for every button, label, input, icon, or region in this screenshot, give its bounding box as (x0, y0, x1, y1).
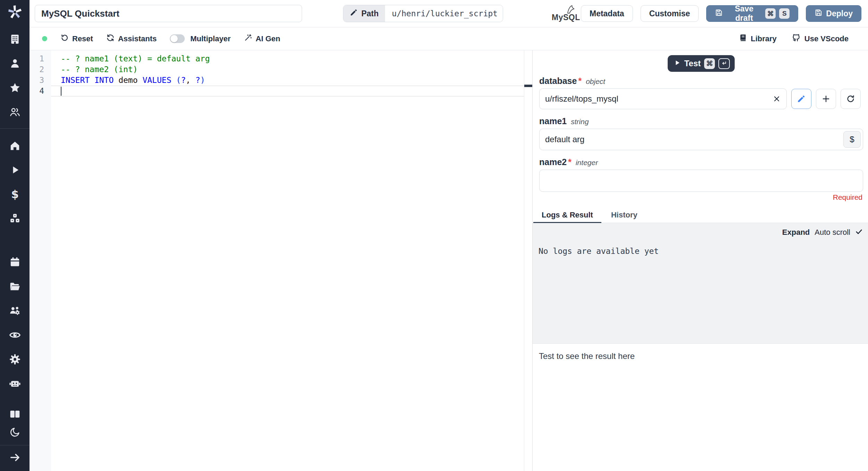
pencil-icon (797, 94, 806, 103)
code-editor[interactable]: 1-- ? name1 (text) = default arg2-- ? na… (30, 50, 532, 471)
autoscroll-checkbox[interactable] (855, 228, 863, 237)
user-icon[interactable] (0, 55, 30, 71)
customise-label: Customise (649, 9, 690, 18)
field-type: object (586, 77, 605, 86)
script-title-input[interactable] (35, 5, 302, 22)
field-name: name2 (539, 157, 567, 167)
line-number: 3 (30, 75, 51, 86)
workspace-icon[interactable] (0, 31, 30, 47)
deploy-button[interactable]: Deploy (806, 5, 861, 22)
editor-toolbar: Reset Assistants Multipla (30, 27, 868, 50)
wand-icon (244, 34, 252, 44)
required-asterisk: * (568, 157, 571, 167)
path-label: Path (361, 9, 379, 18)
result-pane: Test to see the result here (533, 343, 868, 471)
assistants-label: Assistants (118, 34, 157, 43)
deploy-label: Deploy (826, 9, 853, 18)
path-edit-button[interactable]: Path (343, 5, 385, 22)
save-icon (815, 9, 823, 19)
name1-input[interactable] (539, 129, 863, 150)
svg-text:$: $ (11, 188, 19, 200)
field-label-name1: name1 string (539, 116, 863, 127)
resources-cubes-icon[interactable] (0, 211, 30, 226)
use-vscode-button[interactable]: Use VScode (792, 33, 849, 44)
multiplayer-label: Multiplayer (190, 34, 231, 43)
required-error: Required (539, 193, 863, 202)
field-type: integer (576, 159, 598, 167)
line-content (51, 86, 61, 96)
line-content: INSERT INTO demo VALUES (?, ?) (51, 75, 205, 86)
code-line[interactable]: 1-- ? name1 (text) = default arg (30, 53, 532, 64)
runs-play-icon[interactable] (0, 162, 30, 178)
variable-picker-button[interactable]: $ (843, 131, 861, 148)
expand-button[interactable]: Expand (782, 228, 810, 237)
code-line[interactable]: 3INSERT INTO demo VALUES (?, ?) (30, 75, 532, 86)
settings-gear-icon[interactable] (0, 351, 30, 367)
code-line[interactable]: 4 (30, 86, 532, 96)
play-icon (674, 59, 681, 68)
test-button[interactable]: Test ⌘ (668, 55, 735, 72)
home-icon[interactable] (0, 138, 30, 154)
tab-logs-result[interactable]: Logs & Result (533, 207, 602, 223)
metadata-button[interactable]: Metadata (581, 5, 633, 22)
groups-gear-icon[interactable] (0, 303, 30, 319)
edit-resource-button[interactable] (791, 89, 811, 109)
save-icon (715, 9, 723, 19)
assistants-button[interactable]: Assistants (106, 34, 157, 44)
required-asterisk: * (578, 76, 582, 86)
variables-dollar-icon[interactable]: $ (0, 186, 30, 202)
database-input[interactable] (539, 88, 787, 109)
use-vscode-label: Use VScode (804, 34, 849, 43)
plus-icon (821, 94, 831, 103)
result-tabs: Logs & Result History (533, 207, 868, 223)
reset-button[interactable]: Reset (60, 34, 93, 44)
refresh-resource-button[interactable] (841, 89, 861, 109)
result-placeholder: Test to see the result here (539, 351, 862, 361)
test-label: Test (684, 59, 701, 68)
save-draft-button[interactable]: Save draft ⌘ S (706, 5, 798, 22)
docs-book-icon[interactable] (0, 406, 30, 422)
star-icon[interactable] (0, 80, 30, 96)
sidebar: $ (0, 0, 30, 471)
overview-ruler[interactable] (524, 50, 532, 471)
sidebar-divider (0, 445, 30, 445)
code-lines: 1-- ? name1 (text) = default arg2-- ? na… (30, 50, 532, 96)
field-label-database: database* object (539, 76, 863, 86)
path-value[interactable]: u/henri/luckier_script (385, 5, 503, 22)
ai-gen-label: AI Gen (256, 34, 280, 43)
field-name: database (539, 76, 577, 86)
logs-empty-text: No logs are available yet (539, 247, 659, 256)
tab-history[interactable]: History (602, 207, 646, 223)
name2-input[interactable] (539, 170, 863, 192)
save-draft-label: Save draft (726, 4, 762, 23)
robot-icon[interactable] (0, 376, 30, 392)
windmill-logo-icon[interactable] (7, 4, 23, 22)
audit-eye-icon[interactable] (0, 327, 30, 343)
dark-mode-moon-icon[interactable] (0, 424, 30, 440)
app-window: $ (0, 0, 868, 471)
add-resource-button[interactable] (816, 89, 836, 109)
overview-cursor-marker[interactable] (524, 85, 532, 87)
clear-database-button[interactable] (773, 95, 781, 103)
refresh-icon (106, 34, 115, 44)
check-icon (855, 228, 863, 236)
users-icon[interactable] (0, 104, 30, 120)
pencil-icon (350, 8, 358, 19)
line-content: -- ? name2 (int) (51, 64, 138, 75)
customise-button[interactable]: Customise (641, 5, 699, 22)
code-line[interactable]: 2-- ? name2 (int) (30, 64, 532, 75)
status-dot (42, 36, 47, 41)
book-icon (739, 34, 747, 44)
run-panel: Test ⌘ database* (532, 50, 868, 471)
ai-gen-button[interactable]: AI Gen (244, 34, 280, 44)
metadata-label: Metadata (590, 9, 624, 18)
multiplayer-toggle-group: Multiplayer (170, 34, 231, 43)
collapse-arrow-icon[interactable] (0, 449, 30, 465)
library-button[interactable]: Library (739, 34, 777, 44)
sidebar-divider (0, 128, 30, 129)
multiplayer-toggle[interactable] (170, 34, 185, 43)
field-name: name1 (539, 116, 567, 126)
mysql-logo: MySQL (545, 3, 581, 24)
folders-icon[interactable] (0, 279, 30, 294)
schedules-calendar-icon[interactable] (0, 254, 30, 270)
